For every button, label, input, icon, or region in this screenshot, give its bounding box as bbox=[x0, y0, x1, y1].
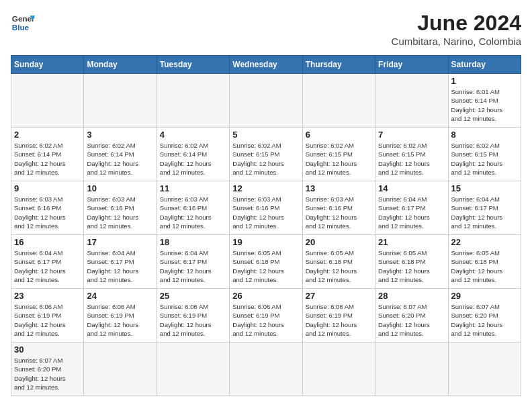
header-sunday: Sunday bbox=[11, 56, 84, 74]
day-number: 21 bbox=[378, 237, 445, 247]
table-row: 28Sunrise: 6:07 AM Sunset: 6:20 PM Dayli… bbox=[375, 289, 448, 342]
table-row bbox=[375, 342, 448, 396]
day-info: Sunrise: 6:06 AM Sunset: 6:19 PM Dayligh… bbox=[87, 302, 153, 338]
day-number: 25 bbox=[160, 291, 226, 301]
day-info: Sunrise: 6:06 AM Sunset: 6:19 PM Dayligh… bbox=[232, 302, 299, 338]
day-number: 1 bbox=[451, 76, 518, 86]
day-number: 11 bbox=[160, 183, 226, 193]
day-number: 6 bbox=[306, 130, 372, 140]
calendar-week-row: 23Sunrise: 6:06 AM Sunset: 6:19 PM Dayli… bbox=[11, 289, 521, 342]
day-info: Sunrise: 6:06 AM Sunset: 6:19 PM Dayligh… bbox=[160, 302, 226, 338]
day-info: Sunrise: 6:02 AM Sunset: 6:14 PM Dayligh… bbox=[14, 141, 81, 177]
day-info: Sunrise: 6:03 AM Sunset: 6:16 PM Dayligh… bbox=[232, 195, 299, 230]
day-number: 23 bbox=[14, 291, 81, 301]
day-info: Sunrise: 6:02 AM Sunset: 6:15 PM Dayligh… bbox=[232, 141, 299, 177]
weekday-header-row: Sunday Monday Tuesday Wednesday Thursday… bbox=[11, 56, 521, 74]
day-info: Sunrise: 6:05 AM Sunset: 6:18 PM Dayligh… bbox=[451, 248, 518, 284]
day-info: Sunrise: 6:02 AM Sunset: 6:15 PM Dayligh… bbox=[306, 141, 372, 177]
day-number: 13 bbox=[306, 183, 372, 193]
table-row bbox=[157, 342, 229, 396]
table-row: 23Sunrise: 6:06 AM Sunset: 6:19 PM Dayli… bbox=[11, 289, 84, 342]
day-number: 19 bbox=[232, 237, 299, 247]
header-friday: Friday bbox=[375, 56, 448, 74]
day-info: Sunrise: 6:03 AM Sunset: 6:16 PM Dayligh… bbox=[160, 195, 226, 230]
day-number: 15 bbox=[451, 183, 518, 193]
day-info: Sunrise: 6:07 AM Sunset: 6:20 PM Dayligh… bbox=[378, 302, 445, 338]
svg-text:General: General bbox=[12, 14, 35, 23]
calendar-week-row: 2Sunrise: 6:02 AM Sunset: 6:14 PM Daylig… bbox=[11, 128, 521, 181]
day-number: 20 bbox=[306, 237, 372, 247]
header-tuesday: Tuesday bbox=[157, 56, 229, 74]
day-info: Sunrise: 6:02 AM Sunset: 6:14 PM Dayligh… bbox=[160, 141, 226, 177]
table-row: 3Sunrise: 6:02 AM Sunset: 6:14 PM Daylig… bbox=[84, 128, 157, 181]
table-row: 26Sunrise: 6:06 AM Sunset: 6:19 PM Dayli… bbox=[230, 289, 302, 342]
day-number: 14 bbox=[378, 183, 445, 193]
svg-text:Blue: Blue bbox=[12, 23, 30, 32]
table-row bbox=[84, 342, 157, 396]
day-info: Sunrise: 6:06 AM Sunset: 6:19 PM Dayligh… bbox=[306, 302, 372, 338]
calendar-table: Sunday Monday Tuesday Wednesday Thursday… bbox=[11, 55, 521, 396]
table-row bbox=[375, 74, 448, 128]
table-row: 22Sunrise: 6:05 AM Sunset: 6:18 PM Dayli… bbox=[448, 235, 521, 289]
table-row bbox=[302, 342, 375, 396]
day-info: Sunrise: 6:07 AM Sunset: 6:20 PM Dayligh… bbox=[14, 356, 81, 392]
day-info: Sunrise: 6:02 AM Sunset: 6:14 PM Dayligh… bbox=[87, 141, 153, 177]
table-row bbox=[230, 74, 302, 128]
table-row: 17Sunrise: 6:04 AM Sunset: 6:17 PM Dayli… bbox=[84, 235, 157, 289]
table-row: 9Sunrise: 6:03 AM Sunset: 6:16 PM Daylig… bbox=[11, 181, 84, 235]
table-row: 5Sunrise: 6:02 AM Sunset: 6:15 PM Daylig… bbox=[230, 128, 302, 181]
day-number: 18 bbox=[160, 237, 226, 247]
table-row: 20Sunrise: 6:05 AM Sunset: 6:18 PM Dayli… bbox=[302, 235, 375, 289]
table-row: 1Sunrise: 6:01 AM Sunset: 6:14 PM Daylig… bbox=[448, 74, 521, 128]
table-row: 25Sunrise: 6:06 AM Sunset: 6:19 PM Dayli… bbox=[157, 289, 229, 342]
day-number: 9 bbox=[14, 183, 81, 193]
day-info: Sunrise: 6:04 AM Sunset: 6:17 PM Dayligh… bbox=[87, 248, 153, 284]
calendar-title: June 2024 bbox=[392, 11, 521, 36]
calendar-week-row: 1Sunrise: 6:01 AM Sunset: 6:14 PM Daylig… bbox=[11, 74, 521, 128]
table-row: 19Sunrise: 6:05 AM Sunset: 6:18 PM Dayli… bbox=[230, 235, 302, 289]
table-row: 15Sunrise: 6:04 AM Sunset: 6:17 PM Dayli… bbox=[448, 181, 521, 235]
day-info: Sunrise: 6:06 AM Sunset: 6:19 PM Dayligh… bbox=[14, 302, 81, 338]
day-number: 22 bbox=[451, 237, 518, 247]
table-row bbox=[11, 74, 84, 128]
day-info: Sunrise: 6:05 AM Sunset: 6:18 PM Dayligh… bbox=[232, 248, 299, 284]
day-info: Sunrise: 6:04 AM Sunset: 6:17 PM Dayligh… bbox=[160, 248, 226, 284]
table-row: 27Sunrise: 6:06 AM Sunset: 6:19 PM Dayli… bbox=[302, 289, 375, 342]
table-row bbox=[230, 342, 302, 396]
header-saturday: Saturday bbox=[448, 56, 521, 74]
generalblue-logo-icon: General Blue bbox=[11, 11, 35, 35]
calendar-week-row: 9Sunrise: 6:03 AM Sunset: 6:16 PM Daylig… bbox=[11, 181, 521, 235]
table-row: 18Sunrise: 6:04 AM Sunset: 6:17 PM Dayli… bbox=[157, 235, 229, 289]
title-area: June 2024 Cumbitara, Narino, Colombia bbox=[392, 11, 521, 47]
day-number: 10 bbox=[87, 183, 153, 193]
day-number: 8 bbox=[451, 130, 518, 140]
table-row bbox=[448, 342, 521, 396]
day-number: 16 bbox=[14, 237, 81, 247]
day-info: Sunrise: 6:01 AM Sunset: 6:14 PM Dayligh… bbox=[451, 87, 518, 123]
calendar-week-row: 30Sunrise: 6:07 AM Sunset: 6:20 PM Dayli… bbox=[11, 342, 521, 396]
header: General Blue June 2024 Cumbitara, Narino… bbox=[11, 11, 521, 47]
calendar-subtitle: Cumbitara, Narino, Colombia bbox=[392, 36, 521, 47]
day-number: 29 bbox=[451, 291, 518, 301]
table-row: 2Sunrise: 6:02 AM Sunset: 6:14 PM Daylig… bbox=[11, 128, 84, 181]
table-row: 16Sunrise: 6:04 AM Sunset: 6:17 PM Dayli… bbox=[11, 235, 84, 289]
day-number: 30 bbox=[14, 345, 81, 355]
table-row: 29Sunrise: 6:07 AM Sunset: 6:20 PM Dayli… bbox=[448, 289, 521, 342]
day-info: Sunrise: 6:07 AM Sunset: 6:20 PM Dayligh… bbox=[451, 302, 518, 338]
table-row: 30Sunrise: 6:07 AM Sunset: 6:20 PM Dayli… bbox=[11, 342, 84, 396]
table-row: 8Sunrise: 6:02 AM Sunset: 6:15 PM Daylig… bbox=[448, 128, 521, 181]
day-number: 2 bbox=[14, 130, 81, 140]
day-number: 3 bbox=[87, 130, 153, 140]
table-row: 11Sunrise: 6:03 AM Sunset: 6:16 PM Dayli… bbox=[157, 181, 229, 235]
day-number: 17 bbox=[87, 237, 153, 247]
table-row: 12Sunrise: 6:03 AM Sunset: 6:16 PM Dayli… bbox=[230, 181, 302, 235]
table-row: 24Sunrise: 6:06 AM Sunset: 6:19 PM Dayli… bbox=[84, 289, 157, 342]
day-number: 7 bbox=[378, 130, 445, 140]
header-monday: Monday bbox=[84, 56, 157, 74]
table-row bbox=[157, 74, 229, 128]
day-info: Sunrise: 6:04 AM Sunset: 6:17 PM Dayligh… bbox=[14, 248, 81, 284]
table-row bbox=[84, 74, 157, 128]
day-info: Sunrise: 6:04 AM Sunset: 6:17 PM Dayligh… bbox=[451, 195, 518, 230]
header-thursday: Thursday bbox=[302, 56, 375, 74]
day-number: 27 bbox=[306, 291, 372, 301]
